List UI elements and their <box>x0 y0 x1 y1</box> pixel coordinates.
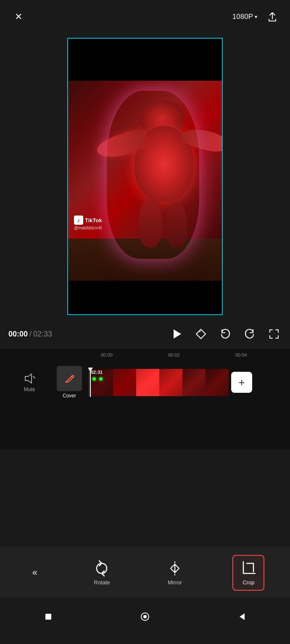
mirror-icon <box>166 560 183 577</box>
top-right-controls: 1080P ▾ <box>232 9 280 24</box>
svg-marker-8 <box>175 564 179 573</box>
back-chevron-icon: « <box>32 567 37 578</box>
system-nav <box>0 598 290 644</box>
svg-marker-12 <box>240 613 245 620</box>
tiktok-logo: ♪ TikTok <box>74 216 102 225</box>
back-icon <box>237 612 246 621</box>
chevron-down-icon: ▾ <box>255 14 257 20</box>
resolution-selector[interactable]: 1080P ▾ <box>232 13 257 21</box>
home-nav-button[interactable] <box>136 607 154 626</box>
export-icon <box>266 11 278 23</box>
svg-line-4 <box>33 376 35 378</box>
playback-buttons: + <box>169 326 282 342</box>
svg-marker-3 <box>25 374 32 383</box>
stop-icon <box>44 612 53 621</box>
keyframe-icon: + <box>195 328 207 340</box>
preview-container: ♪ TikTok @makilddzm4t <box>0 34 290 319</box>
rotate-label: Rotate <box>94 579 110 586</box>
bottom-toolbar: « Rotate Mirror Crop <box>0 547 290 598</box>
keyframe-button[interactable]: + <box>193 326 208 342</box>
letterbox-bottom <box>68 281 222 314</box>
crop-label: Crop <box>243 579 254 586</box>
video-frame: ♪ TikTok @makilddzm4t <box>67 38 223 315</box>
pencil-icon <box>64 373 75 384</box>
tiktok-watermark: ♪ TikTok @makilddzm4t <box>74 216 102 230</box>
monster-creature <box>122 101 206 260</box>
monster-leg-right <box>166 202 187 248</box>
crop-icon <box>240 560 257 577</box>
undo-button[interactable] <box>218 326 233 342</box>
back-nav-button[interactable] <box>232 607 251 626</box>
strip-segment-5 <box>182 369 206 396</box>
time-separator: / <box>29 330 32 339</box>
timeline-tracks: Mute Cover 02:31 <box>0 361 290 403</box>
video-content: ♪ TikTok @makilddzm4t <box>68 39 222 314</box>
cover-label: Cover <box>63 393 76 399</box>
mute-label: Mute <box>24 386 35 392</box>
fullscreen-button[interactable] <box>266 326 282 342</box>
fullscreen-icon <box>268 328 280 340</box>
svg-text:+: + <box>199 329 201 334</box>
rotate-icon <box>93 560 110 577</box>
mute-track[interactable]: Mute <box>13 372 46 392</box>
playhead <box>90 368 91 397</box>
close-icon: ✕ <box>15 12 22 21</box>
strip-segment-2 <box>113 369 136 396</box>
video-strip-container[interactable]: 02:31 + <box>88 368 290 397</box>
home-icon <box>140 611 150 622</box>
cover-track[interactable]: Cover <box>50 366 88 399</box>
svg-line-5 <box>71 376 73 378</box>
redo-button[interactable] <box>242 326 257 342</box>
undo-icon <box>219 328 231 340</box>
crop-tool[interactable]: Crop <box>232 555 264 591</box>
strip-segment-3 <box>136 369 159 396</box>
close-button[interactable]: ✕ <box>10 8 27 25</box>
svg-point-11 <box>143 615 147 618</box>
redo-icon <box>244 328 256 340</box>
svg-marker-7 <box>171 564 175 573</box>
controls-bar: 00:00 / 02:33 + <box>0 319 290 349</box>
time-display: 00:00 / 02:33 <box>8 330 52 339</box>
ruler-mark-1: 00:02 <box>168 352 180 357</box>
svg-marker-0 <box>174 329 181 339</box>
tiktok-brand: TikTok <box>85 217 102 223</box>
strip-segment-6 <box>206 369 229 396</box>
export-button[interactable] <box>265 9 280 24</box>
resolution-label: 1080P <box>232 13 253 21</box>
rotate-tool[interactable]: Rotate <box>87 556 117 590</box>
add-clip-button[interactable]: + <box>231 372 252 393</box>
video-image: ♪ TikTok @makilddzm4t <box>68 81 222 281</box>
mute-icon <box>23 372 36 385</box>
tiktok-icon: ♪ <box>74 216 83 225</box>
mirror-label: Mirror <box>168 579 182 586</box>
ruler-mark-2: 00:04 <box>235 352 247 357</box>
back-toolbar-button[interactable]: « <box>26 563 44 582</box>
play-button[interactable] <box>169 326 184 342</box>
ruler-mark-0: 00:00 <box>101 352 113 357</box>
strip-segment-4 <box>159 369 182 396</box>
mirror-tool[interactable]: Mirror <box>160 556 190 590</box>
playhead-top <box>88 368 93 372</box>
timeline-ruler: 00:00 00:02 00:04 <box>0 349 290 361</box>
add-icon: + <box>238 377 245 388</box>
top-bar: ✕ 1080P ▾ <box>0 0 290 34</box>
monster-leg-left <box>139 197 162 248</box>
play-icon <box>170 328 183 340</box>
video-strip: 02:31 <box>88 369 229 396</box>
current-time: 00:00 <box>8 330 28 339</box>
total-time: 02:33 <box>33 330 52 339</box>
cover-icon-area <box>57 366 82 391</box>
svg-rect-9 <box>45 614 51 620</box>
tiktok-handle: @makilddzm4t <box>74 226 102 230</box>
timeline-area: 00:00 00:02 00:04 Mute Cover 02:3 <box>0 349 290 449</box>
stop-nav-button[interactable] <box>39 607 58 626</box>
letterbox-top <box>68 39 222 81</box>
